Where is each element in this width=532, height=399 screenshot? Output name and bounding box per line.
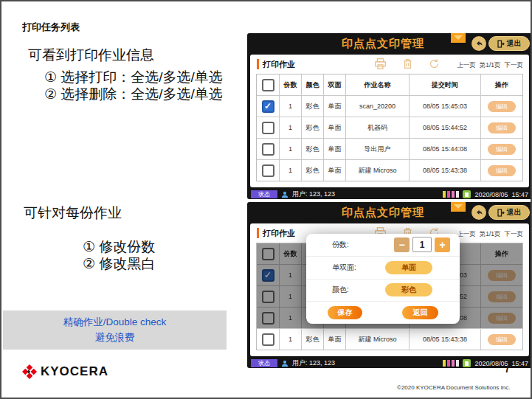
status-badge: 状态 (251, 359, 277, 367)
prev-page-button[interactable]: 上一页 (457, 61, 476, 70)
printer-screenshot-2: 印点点文印管理 退出 打印作业 (247, 202, 532, 368)
duplex-label: 单双面: (332, 263, 356, 273)
cell-copies: 1 (279, 265, 301, 285)
edit-button[interactable]: 编辑 (488, 313, 516, 324)
row-checkbox[interactable] (262, 164, 274, 177)
color-row: 颜色: 彩色 (306, 279, 460, 302)
color-label: 颜色: (332, 285, 349, 295)
cell-name: 新建 Microso (345, 160, 409, 181)
home-button[interactable] (471, 36, 486, 51)
cell-copies: 1 (279, 286, 301, 307)
toner-indicator (443, 360, 459, 367)
edit-button[interactable]: 编辑 (488, 291, 516, 302)
pagination: 上一页 第1/1页 下一页 (457, 230, 523, 239)
section2-bullet-2: ② 修改黑白 (83, 254, 155, 274)
back-button[interactable]: 返回 (402, 306, 438, 319)
increase-copies-button[interactable]: + (435, 237, 450, 252)
cell-duplex: 单面 (323, 160, 345, 181)
edit-button[interactable]: 编辑 (488, 101, 516, 112)
dialog-buttons-row: 保存 返回 (306, 301, 460, 324)
cell-copies: 1 (279, 139, 301, 159)
column-header-copies: 份数 (279, 243, 301, 264)
delete-button[interactable] (403, 58, 412, 69)
duplex-toggle-button[interactable]: 单面 (385, 261, 432, 274)
status-bar: 状态 用户: 123, 123 2020/08/05 15:47 (247, 190, 532, 199)
select-all-checkbox[interactable] (262, 248, 274, 260)
paper-status-icon (463, 190, 471, 198)
column-header-time: 提交时间 (409, 74, 480, 95)
select-all-checkbox[interactable] (262, 79, 274, 91)
save-button[interactable]: 保存 (328, 306, 362, 319)
edit-button[interactable]: 编辑 (488, 270, 516, 281)
decrease-copies-button[interactable]: − (394, 237, 410, 252)
cell-color: 彩色 (301, 160, 323, 181)
app-title: 印点点文印管理 (342, 37, 424, 51)
kyocera-logo-text: KYOCERA (41, 364, 108, 379)
row-checkbox[interactable]: ✓ (262, 269, 274, 282)
page-indicator: 第1/1页 (480, 61, 501, 70)
accent-bar (257, 228, 259, 238)
table-row: 1 彩色 单面 新建 Microso 08/05 15:43:38 编辑 (257, 328, 522, 350)
cell-copies: 1 (279, 117, 301, 138)
exit-door-icon (497, 40, 505, 48)
status-time: 15:47 (511, 191, 528, 198)
cell-time: 08/05 15:45:03 (409, 96, 480, 117)
cell-color: 彩色 (301, 329, 323, 350)
cell-color: 彩色 (301, 139, 323, 159)
status-date: 2020/08/05 (474, 191, 508, 198)
edit-button[interactable]: 编辑 (488, 334, 516, 345)
callout-line-1: 精确作业/Double check (63, 316, 167, 329)
row-checkbox[interactable] (262, 333, 274, 346)
table-header-row: 份数 颜色 双面 作业名称 提交时间 操作 (257, 74, 522, 95)
color-toggle-button[interactable]: 彩色 (385, 283, 432, 296)
row-checkbox[interactable] (262, 143, 274, 156)
edit-button[interactable]: 编辑 (488, 165, 516, 176)
cell-duplex: 单面 (323, 329, 345, 350)
callout-line-2: 避免浪费 (95, 331, 135, 344)
row-checkbox[interactable] (262, 291, 274, 303)
column-header-copies: 份数 (279, 74, 301, 95)
pagination: 上一页 第1/1页 下一页 (457, 61, 523, 70)
section1-heading: 可看到打印作业信息 (28, 46, 154, 65)
exit-button[interactable]: 退出 (488, 36, 530, 51)
slide: 打印任务列表 可看到打印作业信息 ① 选择打印：全选/多选/单选 ② 选择删除：… (0, 0, 532, 399)
row-checkbox[interactable]: ✓ (262, 100, 274, 113)
cell-name: 导出用户 (345, 139, 409, 159)
next-page-button[interactable]: 下一页 (505, 61, 524, 70)
printer-screenshot-1: 印点点文印管理 退出 打印作业 (247, 33, 532, 199)
column-header-action: 操作 (480, 243, 522, 264)
edit-button[interactable]: 编辑 (488, 122, 516, 133)
cell-duplex: 单面 (323, 96, 345, 117)
callout-box: 精确作业/Double check 避免浪费 (3, 310, 227, 350)
copies-row: 份数: − 1 + (306, 234, 460, 256)
exit-door-icon (497, 209, 505, 217)
table-row: 1 彩色 单面 导出用户 08/05 15:44:08 编辑 (257, 138, 522, 159)
home-button[interactable] (471, 205, 486, 220)
copies-value: 1 (412, 237, 432, 252)
refresh-button[interactable] (429, 58, 440, 69)
section2-heading: 可针对每份作业 (24, 204, 122, 223)
exit-label: 退出 (507, 207, 522, 218)
print-button[interactable] (374, 58, 387, 69)
status-badge: 状态 (251, 190, 277, 198)
column-header-name: 作业名称 (345, 74, 409, 95)
column-header-action: 操作 (480, 74, 522, 95)
page-indicator: 第1/1页 (480, 230, 501, 239)
cell-time: 08/05 15:43:38 (409, 160, 480, 181)
cell-duplex: 单面 (323, 139, 345, 159)
edit-button[interactable]: 编辑 (488, 144, 516, 155)
user-icon (281, 360, 289, 367)
row-checkbox[interactable] (262, 312, 274, 325)
exit-button[interactable]: 退出 (488, 205, 530, 220)
cell-copies: 1 (279, 96, 301, 117)
user-icon (281, 191, 289, 198)
app-titlebar: 印点点文印管理 退出 (247, 33, 532, 55)
user-label: 用户: 123, 123 (292, 190, 335, 199)
jobs-table: 份数 颜色 双面 作业名称 提交时间 操作 ✓ 1 彩色 单面 scan_202… (256, 74, 523, 181)
next-page-button[interactable]: 下一页 (505, 230, 524, 239)
row-checkbox[interactable] (262, 122, 274, 134)
cell-color: 彩色 (301, 96, 323, 117)
app-title: 印点点文印管理 (342, 206, 424, 220)
user-label: 用户: 123, 123 (292, 358, 335, 368)
section1-bullet-2: ② 选择删除：全选/多选/单选 (44, 85, 223, 104)
